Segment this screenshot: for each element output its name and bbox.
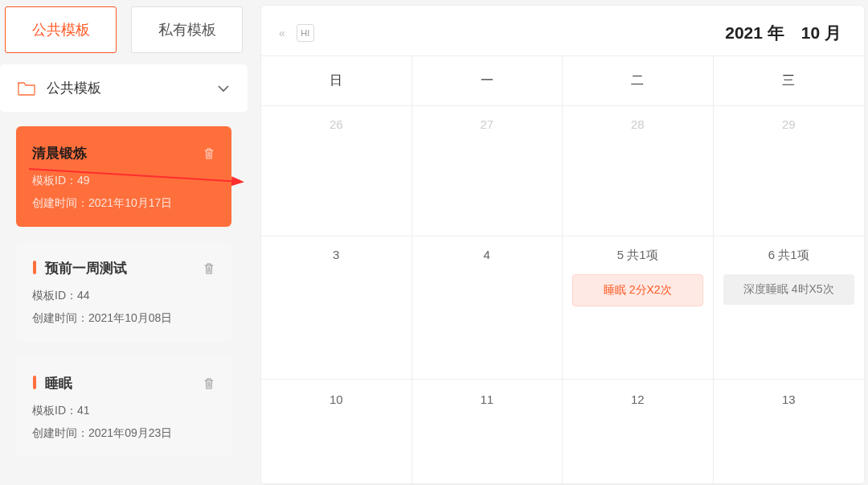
indicator-bar <box>33 261 36 274</box>
template-title: 预前一周测试 <box>32 259 127 277</box>
calendar-cell[interactable]: 4 <box>412 236 563 380</box>
trash-icon[interactable] <box>203 147 215 160</box>
calendar-event[interactable]: 深度睡眠 4时X5次 <box>723 274 855 305</box>
today-button[interactable]: HI <box>297 24 314 42</box>
indicator-bar <box>33 376 36 389</box>
weekday-header: 三 <box>714 56 865 105</box>
folder-icon <box>18 81 35 96</box>
calendar-cell[interactable]: 11 <box>412 380 563 484</box>
tab-private-templates[interactable]: 私有模板 <box>131 6 243 53</box>
calendar-grid: 26 27 28 29 3 4 5 共1项 睡眠 2分X2次 6 共1项 深度睡… <box>261 105 864 484</box>
template-title: 清晨锻炼 <box>32 144 87 162</box>
trash-icon[interactable] <box>203 262 215 275</box>
weekday-header: 日 <box>261 56 412 105</box>
chevron-down-icon <box>217 84 230 92</box>
calendar-cell[interactable]: 12 <box>563 380 714 484</box>
calendar-cell[interactable]: 29 <box>714 106 865 236</box>
calendar-event[interactable]: 睡眠 2分X2次 <box>572 274 703 306</box>
calendar-cell[interactable]: 10 <box>261 380 412 484</box>
weekday-header: 一 <box>412 56 563 105</box>
sidebar: 公共模板 私有模板 公共模板 清晨锻炼 模板ID：49 创建时间：2021年10 <box>0 0 248 485</box>
template-card[interactable]: 预前一周测试 模板ID：44 创建时间：2021年10月08日 <box>16 241 231 342</box>
folder-header[interactable]: 公共模板 <box>0 64 248 112</box>
trash-icon[interactable] <box>203 377 215 390</box>
calendar-cell[interactable]: 3 <box>261 236 412 380</box>
template-card[interactable]: 睡眠 模板ID：41 创建时间：2021年09月23日 <box>16 356 231 457</box>
weekday-header: 二 <box>563 56 714 105</box>
calendar-cell[interactable]: 5 共1项 睡眠 2分X2次 <box>563 236 714 380</box>
calendar-title: 2021 年 10 月 <box>314 22 845 44</box>
template-id: 模板ID：41 <box>32 404 215 418</box>
calendar-cell[interactable]: 13 <box>714 380 865 484</box>
calendar-cell[interactable]: 6 共1项 深度睡眠 4时X5次 <box>714 236 865 380</box>
template-time: 创建时间：2021年09月23日 <box>32 426 215 441</box>
template-title: 睡眠 <box>32 374 72 393</box>
template-id: 模板ID：44 <box>32 289 215 303</box>
calendar-cell[interactable]: 27 <box>412 106 563 236</box>
calendar-cell[interactable]: 26 <box>261 106 412 236</box>
folder-title: 公共模板 <box>47 79 217 97</box>
tab-public-templates[interactable]: 公共模板 <box>5 6 117 53</box>
prev-double-icon[interactable]: « <box>279 27 285 39</box>
template-card[interactable]: 清晨锻炼 模板ID：49 创建时间：2021年10月17日 <box>16 126 231 227</box>
template-id: 模板ID：49 <box>32 174 215 188</box>
template-time: 创建时间：2021年10月08日 <box>32 311 215 326</box>
calendar-panel: « HI 2021 年 10 月 日 一 二 三 26 27 28 29 3 4… <box>260 5 865 485</box>
calendar-cell[interactable]: 28 <box>563 106 714 236</box>
template-time: 创建时间：2021年10月17日 <box>32 196 215 211</box>
